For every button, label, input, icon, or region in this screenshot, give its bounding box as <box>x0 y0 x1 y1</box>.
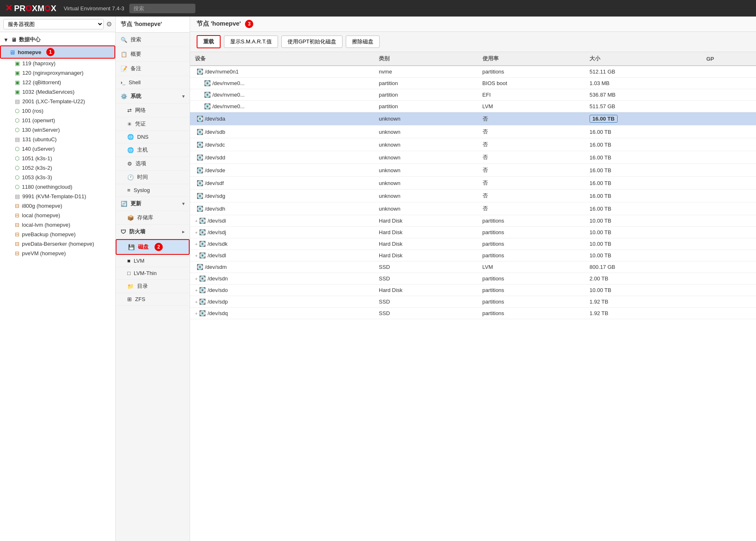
disk-drive-icon: 💽 <box>197 129 203 135</box>
table-row[interactable]: 💽/dev/nvme0... partition EFI 536.87 MB <box>190 89 756 101</box>
vm-119[interactable]: ▣ 119 (haproxy) <box>0 59 115 68</box>
disk-size: 16.00 TB <box>585 112 701 126</box>
expand-icon[interactable]: + <box>195 311 197 316</box>
disk-table: 设备 类别 使用率 大小 GP 💽/dev/nvme0n1 nvme parti… <box>190 52 756 319</box>
search-input[interactable] <box>129 4 195 13</box>
table-row[interactable]: +💽/dev/sdk Hard Disk partitions 10.00 TB <box>190 238 756 250</box>
nav-dns[interactable]: 🌐 DNS <box>116 131 190 143</box>
nav-firewall[interactable]: 🛡 防火墙 ▸ <box>116 225 190 239</box>
table-row[interactable]: 💽/dev/sde unknown 否 16.00 TB <box>190 164 756 177</box>
disk-size: 10.00 TB <box>585 215 701 227</box>
disk-type: partition <box>374 78 478 89</box>
table-row[interactable]: 💽/dev/sdf unknown 否 16.00 TB <box>190 177 756 190</box>
reload-button[interactable]: 重载 <box>197 35 221 48</box>
gpt-init-button[interactable]: 使用GPT初始化磁盘 <box>281 36 342 48</box>
table-row[interactable]: 💽/dev/sdm SSD LVM 800.17 GB <box>190 261 756 273</box>
vm-1051[interactable]: ⬡ 1051 (k3s-1) <box>0 154 115 163</box>
table-row[interactable]: 💽/dev/nvme0n1 nvme partitions 512.11 GB <box>190 66 756 78</box>
ct-2001[interactable]: ▤ 2001 (LXC-Template-U22) <box>0 97 115 106</box>
nav-notes[interactable]: 📝 备注 <box>116 62 190 76</box>
storage-icon: ⊟ <box>15 203 19 209</box>
disk-gp <box>701 308 756 319</box>
table-row[interactable]: 💽/dev/sdg unknown 否 16.00 TB <box>190 190 756 202</box>
disk-usage: 否 <box>478 190 585 202</box>
datacenter-item[interactable]: ▼ 🖥 数据中心 <box>0 34 115 45</box>
smart-button[interactable]: 显示S.M.A.R.T.值 <box>224 36 278 48</box>
table-row[interactable]: 💽/dev/nvme0... partition LVM 511.57 GB <box>190 101 756 112</box>
nav-repositories[interactable]: 📦 存储库 <box>116 211 190 225</box>
nav-credentials[interactable]: ✳ 凭证 <box>116 117 190 131</box>
nav-summary[interactable]: 📋 概要 <box>116 47 190 62</box>
vm-icon: ⬡ <box>15 117 19 123</box>
expand-icon[interactable]: + <box>195 230 197 235</box>
nav-disks[interactable]: 💾 磁盘 2 <box>116 239 190 255</box>
vm-1052[interactable]: ⬡ 1052 (k3s-2) <box>0 163 115 173</box>
nav-directory[interactable]: 📁 目录 <box>116 280 190 293</box>
gear-icon[interactable]: ⚙ <box>106 20 112 28</box>
vm-100[interactable]: ⬡ 100 (ros) <box>0 106 115 116</box>
nav-time[interactable]: 🕐 时间 <box>116 171 190 184</box>
ct-9991[interactable]: ▤ 9991 (KVM-Template-D11) <box>0 192 115 201</box>
table-row[interactable]: +💽/dev/sdp SSD partitions 1.92 TB <box>190 296 756 308</box>
expand-icon[interactable]: + <box>195 242 197 247</box>
nav-syslog[interactable]: ≡ Syslog <box>116 184 190 197</box>
table-row[interactable]: +💽/dev/sdl Hard Disk partitions 10.00 TB <box>190 250 756 261</box>
disk-drive-icon: 💽 <box>197 116 203 122</box>
nav-updates[interactable]: 🔄 更新 ▾ <box>116 197 190 211</box>
nav-shell[interactable]: ›_ Shell <box>116 76 190 89</box>
nav-search[interactable]: 🔍 搜索 <box>116 33 190 47</box>
table-row[interactable]: +💽/dev/sdo Hard Disk partitions 10.00 TB <box>190 285 756 296</box>
table-row[interactable]: +💽/dev/sdn SSD partitions 2.00 TB <box>190 273 756 285</box>
vm-1053[interactable]: ⬡ 1053 (k3s-3) <box>0 173 115 182</box>
table-row[interactable]: 💽/dev/sdd unknown 否 16.00 TB <box>190 151 756 164</box>
table-row[interactable]: 💽/dev/sdb unknown 否 16.00 TB <box>190 126 756 138</box>
disk-device: 💽/dev/nvme0n1 <box>190 66 374 78</box>
disk-type: unknown <box>374 202 478 215</box>
ct-131[interactable]: ▤ 131 (ubuntuC) <box>0 135 115 144</box>
storage-local[interactable]: ⊟ local (homepve) <box>0 211 115 220</box>
table-row[interactable]: 💽/dev/sda unknown 否 16.00 TB <box>190 112 756 126</box>
node-homepve[interactable]: 🖥 homepve 1 <box>0 45 115 59</box>
disk-size: 10.00 TB <box>585 238 701 250</box>
vm-icon: ⬡ <box>15 155 19 161</box>
vm-icon: ▣ <box>15 89 20 95</box>
vm-icon: ▣ <box>15 79 20 85</box>
vm-130[interactable]: ⬡ 130 (winServer) <box>0 125 115 135</box>
vm-1032[interactable]: ▣ 1032 (MediaServices) <box>0 87 115 97</box>
table-row[interactable]: 💽/dev/sdh unknown 否 16.00 TB <box>190 202 756 215</box>
nav-system[interactable]: ⚙️ 系统 ▾ <box>116 89 190 104</box>
vm-icon: ⬡ <box>15 127 19 133</box>
vm-122[interactable]: ▣ 122 (qBittorrent) <box>0 78 115 87</box>
expand-icon[interactable]: + <box>195 253 197 258</box>
table-row[interactable]: 💽/dev/sdc unknown 否 16.00 TB <box>190 138 756 151</box>
storage-pvedata[interactable]: ⊟ pveData-Berserker (homepve) <box>0 239 115 249</box>
vm-140[interactable]: ⬡ 140 (uServer) <box>0 144 115 154</box>
expand-icon[interactable]: + <box>195 218 197 223</box>
search-icon: 🔍 <box>121 37 127 43</box>
view-selector[interactable]: 服务器视图 <box>3 19 104 29</box>
vm-1180[interactable]: ⬡ 1180 (onethingcloud) <box>0 182 115 192</box>
table-row[interactable]: +💽/dev/sdj Hard Disk partitions 10.00 TB <box>190 227 756 238</box>
wipe-button[interactable]: 擦除磁盘 <box>346 36 380 48</box>
disk-usage: LVM <box>478 261 585 273</box>
storage-i800g[interactable]: ⊟ i800g (homepve) <box>0 201 115 211</box>
table-row[interactable]: +💽/dev/sdq SSD partitions 1.92 TB <box>190 308 756 319</box>
expand-icon[interactable]: + <box>195 276 197 281</box>
vm-101[interactable]: ⬡ 101 (openwrt) <box>0 116 115 125</box>
table-row[interactable]: 💽/dev/nvme0... partition BIOS boot 1.03 … <box>190 78 756 89</box>
storage-pvevm[interactable]: ⊟ pveVM (homepve) <box>0 249 115 258</box>
expand-icon[interactable]: + <box>195 288 197 293</box>
nav-network[interactable]: ⇄ 网络 <box>116 104 190 117</box>
disk-usage: 否 <box>478 164 585 177</box>
vm-120[interactable]: ▣ 120 (nginxproxymanager) <box>0 68 115 78</box>
disk-gp <box>701 215 756 227</box>
expand-icon[interactable]: + <box>195 299 197 304</box>
nav-lvm-thin[interactable]: □ LVM-Thin <box>116 267 190 280</box>
nav-hosts[interactable]: 🌐 主机 <box>116 143 190 157</box>
nav-options[interactable]: ⚙ 选项 <box>116 157 190 171</box>
table-row[interactable]: +💽/dev/sdi Hard Disk partitions 10.00 TB <box>190 215 756 227</box>
storage-local-lvm[interactable]: ⊟ local-lvm (homepve) <box>0 220 115 230</box>
nav-lvm[interactable]: ■ LVM <box>116 255 190 267</box>
nav-zfs[interactable]: ⊞ ZFS <box>116 293 190 306</box>
storage-pvebackup[interactable]: ⊟ pveBackup (homepve) <box>0 230 115 239</box>
